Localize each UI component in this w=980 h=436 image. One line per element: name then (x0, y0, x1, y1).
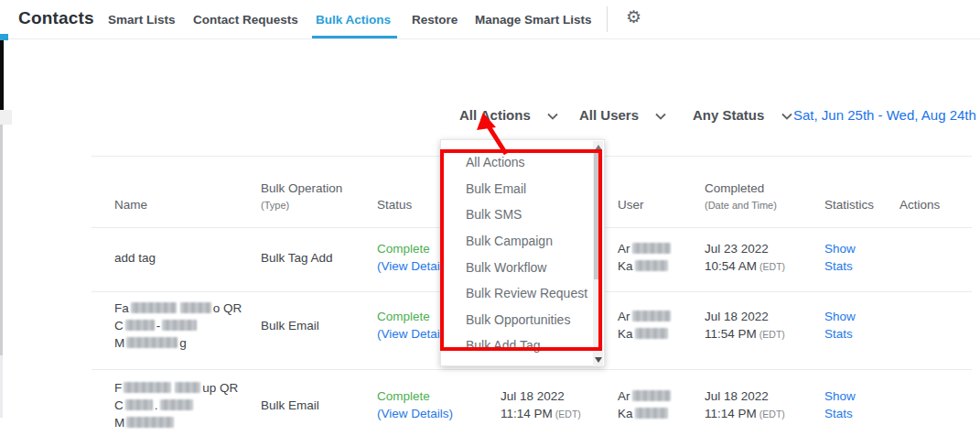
status-complete: Complete (377, 387, 453, 405)
dropdown-item-bulk-opportunities[interactable]: Bulk Opportunities (466, 307, 604, 333)
column-header-completed: Completed (Date and Time) (705, 180, 777, 214)
row-completed: Jul 18 2022 11:54 PM(EDT) (705, 308, 785, 343)
page-title: Contacts (18, 8, 94, 28)
dropdown-item-bulk-email[interactable]: Bulk Email (466, 176, 604, 202)
all-actions-dropdown-menu: All Actions Bulk Email Bulk SMS Bulk Cam… (440, 139, 605, 366)
row-started: Jul 18 2022 11:14 PM(EDT) (501, 387, 581, 423)
dropdown-item-bulk-review-request[interactable]: Bulk Review Request (466, 280, 604, 307)
chevron-down-icon (781, 107, 792, 123)
top-navigation-bar: Contacts Smart Lists Contact Requests Bu… (0, 0, 980, 39)
row-operation: Bulk Email (261, 317, 319, 334)
row-statistics: Show Stats (824, 240, 867, 275)
tab-bulk-actions[interactable]: Bulk Actions (316, 13, 391, 27)
row-completed: Jul 18 2022 11:14 PM(EDT) (705, 387, 785, 423)
tab-restore[interactable]: Restore (412, 13, 458, 27)
dropdown-item-bulk-sms[interactable]: Bulk SMS (466, 202, 604, 228)
chevron-down-icon (655, 107, 666, 123)
users-filter-label: All Users (579, 107, 639, 123)
page-edge-artifact (0, 30, 4, 110)
dropdown-item-all-actions[interactable]: All Actions (466, 149, 604, 176)
page-edge-scrollbar[interactable] (0, 125, 3, 355)
dropdown-scrollbar[interactable] (593, 141, 603, 366)
scroll-up-icon[interactable] (595, 145, 602, 150)
actions-filter-label: All Actions (459, 107, 531, 123)
row-statistics: Show Stats (824, 387, 867, 422)
column-header-statistics: Statistics (824, 196, 874, 213)
row-operation: Bulk Email (261, 397, 319, 414)
column-header-name: Name (114, 196, 147, 213)
active-tab-underline (312, 36, 397, 38)
row-name: add tag (114, 249, 156, 267)
date-range-picker[interactable]: Sat, Jun 25th - Wed, Aug 24th (793, 107, 976, 123)
column-header-actions: Actions (899, 196, 940, 213)
row-operation: Bulk Tag Add (261, 249, 333, 267)
dropdown-item-bulk-add-tag[interactable]: Bulk Add Tag (466, 332, 604, 359)
page-edge-artifact (0, 34, 8, 40)
dropdown-item-bulk-campaign[interactable]: Bulk Campaign (466, 228, 604, 255)
row-user: Ar Ka (618, 240, 673, 275)
row-status: Complete (View Details) (377, 387, 453, 422)
page-edge-artifact (0, 110, 12, 125)
row-statistics: Show Stats (824, 308, 867, 343)
topbar-divider (607, 6, 608, 32)
tab-smart-lists[interactable]: Smart Lists (108, 13, 176, 27)
tab-manage-smart-lists[interactable]: Manage Smart Lists (475, 13, 592, 27)
row-divider (92, 369, 972, 370)
row-name: Fup QR C. M (114, 379, 238, 431)
status-filter-label: Any Status (693, 107, 764, 123)
column-header-user: User (618, 196, 644, 213)
dropdown-item-bulk-workflow[interactable]: Bulk Workflow (466, 254, 604, 280)
scroll-down-icon[interactable] (595, 357, 602, 363)
row-user: Ar Ka (618, 308, 673, 343)
bulk-actions-page: Contacts Smart Lists Contact Requests Bu… (0, 0, 980, 436)
actions-filter-dropdown[interactable]: All Actions (459, 107, 558, 123)
chevron-down-icon (547, 107, 558, 123)
tab-contact-requests[interactable]: Contact Requests (193, 13, 298, 27)
show-stats-link[interactable]: Show Stats (824, 387, 867, 422)
column-header-status: Status (377, 196, 412, 213)
column-header-bulk-operation: Bulk Operation (Type) (261, 180, 342, 214)
scrollbar-thumb[interactable] (594, 153, 602, 279)
show-stats-link[interactable]: Show Stats (824, 240, 867, 275)
row-name: Fao QR C- Mg (114, 300, 242, 352)
row-completed: Jul 23 2022 10:54 AM(EDT) (705, 240, 785, 276)
status-filter-dropdown[interactable]: Any Status (693, 107, 792, 123)
users-filter-dropdown[interactable]: All Users (579, 107, 666, 123)
page-edge-artifact (0, 355, 3, 418)
view-details-link[interactable]: (View Details) (377, 405, 453, 422)
show-stats-link[interactable]: Show Stats (824, 308, 867, 343)
row-user: Ar Ka (618, 387, 673, 422)
gear-icon[interactable]: ⚙ (626, 8, 641, 26)
